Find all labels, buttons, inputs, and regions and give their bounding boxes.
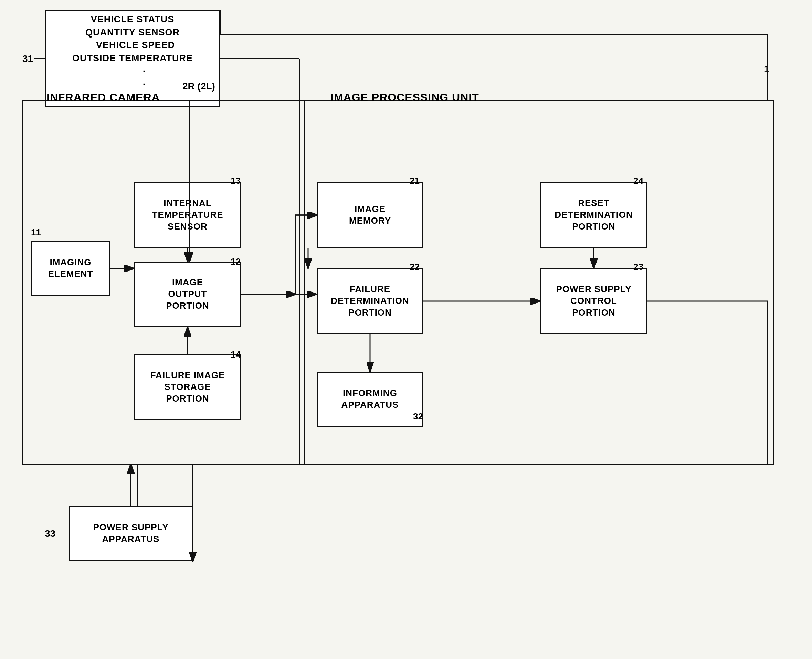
label-11: 11	[31, 227, 41, 238]
internal-temp-sensor-label: INTERNALTEMPERATURESENSOR	[152, 197, 223, 232]
label-13: 13	[231, 175, 241, 186]
infrared-camera-label: INFRARED CAMERA	[46, 91, 160, 104]
vehicle-status-label: VEHICLE STATUS QUANTITY SENSOR VEHICLE S…	[72, 13, 193, 104]
failure-determination-label: FAILUREDETERMINATIONPORTION	[331, 284, 409, 318]
informing-apparatus-label: INFORMINGAPPARATUS	[341, 388, 399, 411]
power-supply-control-box: POWER SUPPLYCONTROLPORTION	[541, 268, 647, 334]
label-1: 1	[764, 64, 769, 75]
image-output-portion-label: IMAGEOUTPUTPORTION	[166, 277, 209, 311]
image-output-portion-box: IMAGEOUTPUTPORTION	[134, 262, 241, 327]
label-23: 23	[633, 262, 643, 272]
label-14: 14	[231, 349, 241, 360]
label-31: 31	[22, 54, 33, 65]
label-22: 22	[410, 262, 419, 272]
label-21: 21	[410, 175, 419, 186]
image-processing-unit-label: IMAGE PROCESSING UNIT	[330, 91, 479, 104]
image-memory-box: IMAGEMEMORY	[317, 182, 423, 248]
failure-determination-box: FAILUREDETERMINATIONPORTION	[317, 268, 423, 334]
label-24: 24	[633, 175, 643, 186]
label-2r2l: 2R (2L)	[183, 81, 215, 92]
image-memory-label: IMAGEMEMORY	[349, 203, 391, 227]
imaging-element-box: IMAGINGELEMENT	[31, 241, 110, 296]
label-33: 33	[45, 528, 55, 539]
failure-image-storage-label: FAILURE IMAGESTORAGEPORTION	[150, 370, 225, 404]
power-supply-control-label: POWER SUPPLYCONTROLPORTION	[556, 284, 631, 318]
reset-determination-box: RESETDETERMINATIONPORTION	[541, 182, 647, 248]
failure-image-storage-box: FAILURE IMAGESTORAGEPORTION	[134, 355, 241, 420]
label-12: 12	[231, 256, 241, 267]
power-supply-apparatus-label: POWER SUPPLYAPPARATUS	[93, 522, 168, 545]
reset-determination-label: RESETDETERMINATIONPORTION	[555, 197, 633, 232]
informing-apparatus-box: INFORMINGAPPARATUS	[317, 372, 423, 427]
label-32: 32	[413, 411, 423, 422]
imaging-element-label: IMAGINGELEMENT	[48, 257, 93, 280]
internal-temp-sensor-box: INTERNALTEMPERATURESENSOR	[134, 182, 241, 248]
power-supply-apparatus-box: POWER SUPPLYAPPARATUS	[69, 506, 193, 561]
